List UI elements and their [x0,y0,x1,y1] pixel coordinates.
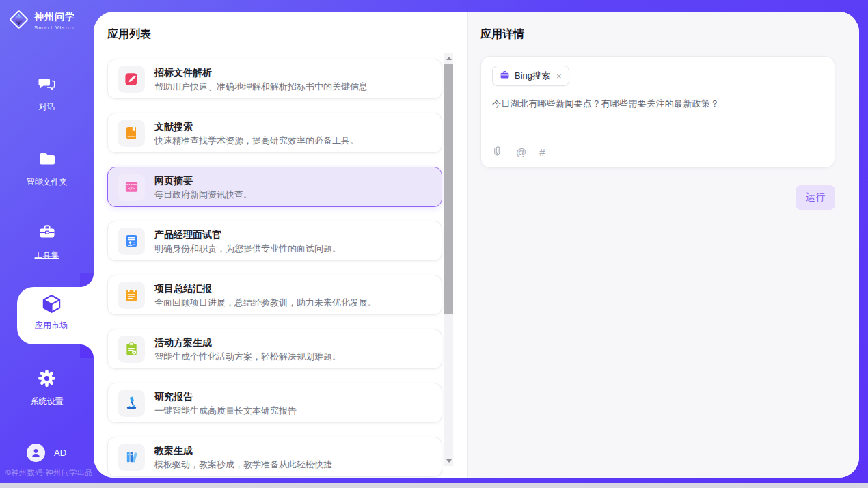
app-name: 项目总结汇报 [154,284,377,293]
app-description: 一键智能生成高质量长文本研究报告 [154,406,297,415]
sidebar-item-label: 对话 [39,101,55,113]
app-frame: 神州问学 Smart Vision 对话 智能文件夹 [0,0,868,483]
scroll-down-icon [446,459,452,463]
briefcase-icon [500,70,510,83]
list-item-activity-plan[interactable]: 活动方案生成 智能生成个性化活动方案，轻松解决规划难题。 [107,329,442,369]
app-name: 招标文件解析 [154,68,368,77]
app-detail-section: 应用详情 Bing搜索 × 今日湖北有哪些新闻要点？有哪些需要关注的最新政策？ [467,12,859,478]
chat-icon [38,74,57,96]
sidebar-item-label: 系统设置 [31,396,64,407]
cube-icon [41,293,62,317]
list-item-project-summary[interactable]: 项目总结汇报 全面回顾项目进展，总结经验教训，助力未来优化发展。 [107,275,442,315]
bid-document-icon [118,66,145,93]
app-description: 智能生成个性化活动方案，轻松解决规划难题。 [154,352,341,361]
sidebar: 神州问学 Smart Vision 对话 智能文件夹 [0,0,94,483]
sidebar-item-label: 工具集 [35,249,59,261]
sidebar-item-chat[interactable]: 对话 [0,74,94,113]
project-summary-icon [118,282,145,309]
attachment-icon[interactable] [493,145,503,159]
sidebar-item-toolbox[interactable]: 工具集 [0,222,94,261]
scroll-up-icon [446,57,452,60]
tab-fillet-bottom [80,344,94,358]
run-button[interactable]: 运行 [796,185,835,210]
app-list-title: 应用列表 [107,27,467,42]
web-summary-icon: </> [118,174,145,201]
list-item-research-report[interactable]: 研究报告 一键智能生成高质量长文本研究报告 [107,383,442,423]
activity-plan-icon [118,336,145,363]
copyright-text: ©神州数码·神州问学出品 [5,467,93,478]
sidebar-item-settings[interactable]: 系统设置 [0,369,94,407]
prompt-input-card[interactable]: Bing搜索 × 今日湖北有哪些新闻要点？有哪些需要关注的最新政策？ @ # [480,56,835,168]
hash-icon[interactable]: # [539,147,545,157]
input-toolbar: @ # [493,145,545,159]
app-name: 研究报告 [154,392,297,401]
scroll-down-button[interactable] [444,456,453,466]
scrollbar[interactable] [444,53,453,466]
sidebar-item-label: 智能文件夹 [27,176,68,188]
scroll-up-button[interactable] [444,53,453,64]
toolbox-icon [38,222,57,244]
tool-tag-bing-search[interactable]: Bing搜索 × [492,66,569,86]
app-name: 网页摘要 [154,176,252,185]
tab-fillet-top [80,273,94,287]
app-name: 教案生成 [154,446,332,455]
tool-tag-label: Bing搜索 [515,70,550,82]
sidebar-item-label: 应用市场 [35,320,68,331]
folder-icon [38,149,57,171]
user-name: AD [54,448,66,458]
brand-subtitle: Smart Vision [34,25,75,31]
app-description: 全面回顾项目进展，总结经验教训，助力未来优化发展。 [154,298,377,307]
lesson-plan-icon [118,444,145,471]
sidebar-item-app-market-active[interactable]: 应用市场 [17,287,94,344]
brand-logo-icon [8,9,29,33]
close-icon[interactable]: × [556,71,562,81]
gear-icon [38,369,56,390]
app-list: 招标文件解析 帮助用户快速、准确地理解和解析招标书中的关键信息 文献搜索 [107,59,442,477]
prompt-text[interactable]: 今日湖北有哪些新闻要点？有哪些需要关注的最新政策？ [492,98,824,110]
app-description: 明确身份和职责，为您提供专业性的面试问题。 [154,244,341,253]
brand-name: 神州问学 [34,11,75,23]
svg-text:</>: </> [127,186,135,191]
sidebar-item-smart-folder[interactable]: 智能文件夹 [0,149,94,188]
app-list-section: 应用列表 招标文件解析 帮助用户快速、准确地理解和解析招标书中的关键信息 [94,12,467,478]
app-description: 快速精准查找学术资源，提高研究效率的必备工具。 [154,136,359,145]
scrollbar-thumb[interactable] [444,64,453,314]
user-account[interactable]: AD [27,444,66,462]
list-item-bid-document[interactable]: 招标文件解析 帮助用户快速、准确地理解和解析招标书中的关键信息 [107,59,442,99]
app-description: 模板驱动，教案秒成，教学准备从此轻松快捷 [154,460,332,469]
list-item-literature-search[interactable]: 文献搜索 快速精准查找学术资源，提高研究效率的必备工具。 [107,113,442,153]
app-description: 每日政府新闻资讯快查。 [154,190,252,199]
main-panel: 应用列表 招标文件解析 帮助用户快速、准确地理解和解析招标书中的关键信息 [94,12,859,478]
list-item-interviewer[interactable]: 产品经理面试官 明确身份和职责，为您提供专业性的面试问题。 [107,221,442,261]
research-report-icon [118,390,145,417]
list-item-lesson-plan[interactable]: 教案生成 模板驱动，教案秒成，教学准备从此轻松快捷 [107,437,442,477]
app-detail-title: 应用详情 [480,27,835,42]
list-item-web-summary-selected[interactable]: </> 网页摘要 每日政府新闻资讯快查。 [107,167,442,207]
avatar [27,444,45,462]
app-name: 产品经理面试官 [154,230,341,239]
literature-search-icon [118,120,145,147]
brand: 神州问学 Smart Vision [8,9,75,33]
interviewer-icon [118,228,145,255]
app-name: 文献搜索 [154,122,359,131]
app-description: 帮助用户快速、准确地理解和解析招标书中的关键信息 [154,82,368,91]
mention-icon[interactable]: @ [516,147,526,157]
app-name: 活动方案生成 [154,338,341,347]
